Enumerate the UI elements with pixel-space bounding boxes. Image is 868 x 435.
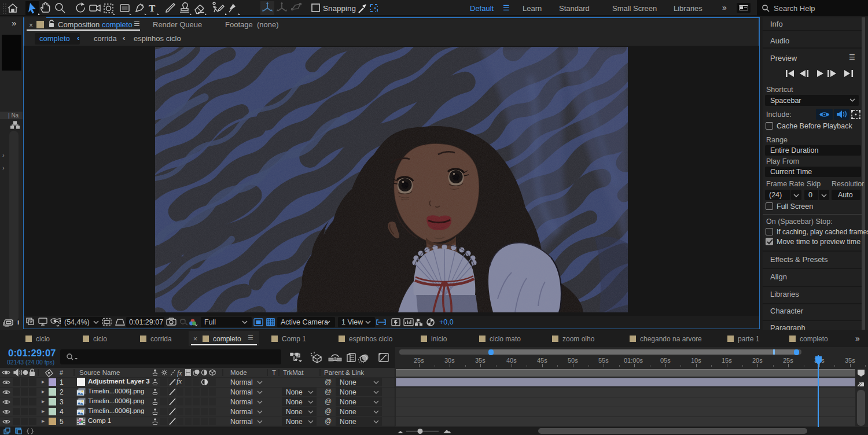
svg-text:Full: Full	[204, 318, 216, 326]
svg-text:Active Camera: Active Camera	[281, 318, 328, 326]
svg-text:TrkMat: TrkMat	[283, 369, 304, 376]
svg-text:T: T	[149, 3, 156, 14]
svg-text:(54,4%): (54,4%)	[64, 318, 90, 326]
svg-text:T: T	[272, 369, 276, 376]
svg-text:#: #	[60, 369, 64, 376]
svg-text:1 View: 1 View	[341, 318, 363, 326]
svg-text:0:01:29:07: 0:01:29:07	[129, 318, 163, 326]
svg-text:Snapping: Snapping	[323, 4, 356, 13]
svg-text:+0,0: +0,0	[439, 318, 454, 326]
svg-text:fx: fx	[177, 369, 182, 377]
svg-text:Mode: Mode	[230, 369, 247, 376]
svg-text:Parent & Link: Parent & Link	[324, 369, 364, 376]
svg-text:Source Name: Source Name	[79, 369, 120, 376]
